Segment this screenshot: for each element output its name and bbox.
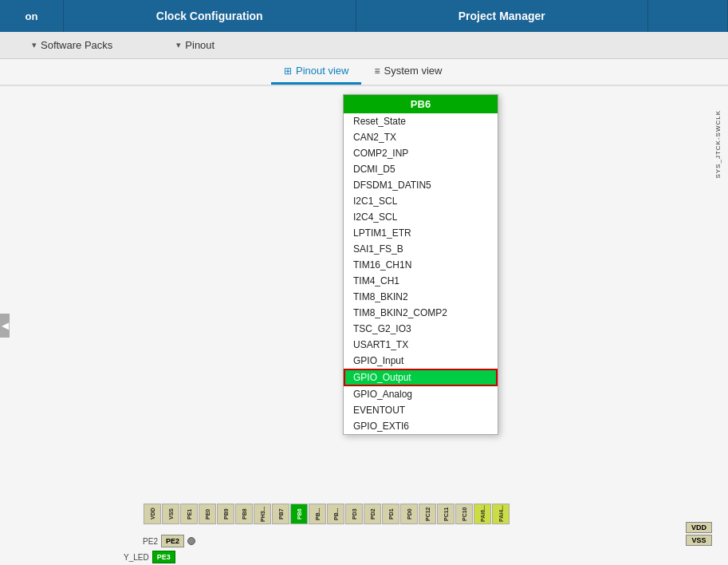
menu-item-gpio-input[interactable]: GPIO_Input bbox=[344, 353, 498, 369]
menu-item-tim4-ch1[interactable]: TIM4_CH1 bbox=[344, 273, 498, 289]
pin-vdd[interactable]: VDD bbox=[144, 504, 161, 524]
menu-item-eventout[interactable]: EVENTOUT bbox=[344, 402, 498, 418]
vdd-right-box: VDD bbox=[686, 522, 712, 533]
menu-item-comp2-inp[interactable]: COMP2_INP bbox=[344, 145, 498, 161]
system-view-icon: ≡ bbox=[374, 65, 380, 77]
tab-label-pinout-view: Pinout view bbox=[296, 65, 348, 77]
sub-navigation: ▾ Software Packs ▾ Pinout bbox=[0, 32, 728, 59]
menu-item-sai1-fs-b[interactable]: SAI1_FS_B bbox=[344, 241, 498, 257]
pin-pai6[interactable]: PAI6... bbox=[474, 504, 491, 524]
menu-item-lptim1-etr[interactable]: LPTIM1_ETR bbox=[344, 225, 498, 241]
tab-label-system-view: System view bbox=[384, 65, 443, 77]
pin-pb4[interactable]: PB... bbox=[327, 504, 344, 524]
pin-pc11[interactable]: PC11 bbox=[437, 504, 455, 524]
menu-item-usart1-tx[interactable]: USART1_TX bbox=[344, 337, 498, 353]
sub-nav-pinout[interactable]: ▾ Pinout bbox=[160, 32, 230, 58]
nav-label-on: on bbox=[26, 10, 38, 22]
menu-item-i2c4-scl[interactable]: I2C4_SCL bbox=[344, 209, 498, 225]
pin-vss[interactable]: VSS bbox=[162, 504, 179, 524]
menu-item-dfsdm1[interactable]: DFSDM1_DATIN5 bbox=[344, 177, 498, 193]
vss-right-box: VSS bbox=[686, 535, 712, 546]
menu-item-tsc-g2-io3[interactable]: TSC_G2_IO3 bbox=[344, 321, 498, 337]
chevron-icon-software-packs: ▾ bbox=[32, 40, 37, 50]
pin-pb7[interactable]: PB7 bbox=[272, 504, 289, 524]
pin-pd3[interactable]: PD3 bbox=[345, 504, 363, 524]
pin-pai4[interactable]: PAI4... bbox=[492, 504, 510, 524]
tab-system-view[interactable]: ≡ System view bbox=[361, 59, 455, 85]
pin-pd2[interactable]: PD2 bbox=[364, 504, 381, 524]
menu-item-gpio-output[interactable]: GPIO_Output bbox=[344, 369, 498, 386]
nav-item-clock-config[interactable]: Clock Configuration bbox=[64, 0, 356, 32]
menu-item-gpio-exti6[interactable]: GPIO_EXTI6 bbox=[344, 418, 498, 434]
sub-nav-label-pinout: Pinout bbox=[185, 39, 214, 51]
context-menu-header: PB6 bbox=[344, 95, 498, 113]
pin-strip-bottom: VDD VSS PE1 PE0 PB9 PB8 PH3... PB7 PB6 P… bbox=[144, 503, 728, 525]
top-navigation: on Clock Configuration Project Manager bbox=[0, 0, 728, 32]
pe3-chip[interactable]: PE3 bbox=[152, 551, 175, 563]
pe2-dot bbox=[187, 537, 195, 545]
context-menu-pin-name: PB6 bbox=[411, 98, 431, 110]
nav-label-clock-config: Clock Configuration bbox=[156, 10, 263, 22]
menu-item-tim16-ch1n[interactable]: TIM16_CH1N bbox=[344, 257, 498, 273]
sidebar-collapse-arrow[interactable]: ◀ bbox=[0, 314, 10, 338]
pin-pe0[interactable]: PE0 bbox=[199, 504, 216, 524]
y-led-label: Y_LED bbox=[124, 553, 149, 562]
sub-nav-label-software-packs: Software Packs bbox=[41, 39, 112, 51]
vdd-vss-right: VDD VSS bbox=[686, 522, 712, 546]
pin-pc10[interactable]: PC10 bbox=[455, 504, 473, 524]
pin-pc12[interactable]: PC12 bbox=[419, 504, 436, 524]
pin-pd1[interactable]: PD1 bbox=[382, 504, 399, 524]
nav-item-on[interactable]: on bbox=[0, 0, 64, 32]
pe3-row: Y_LED PE3 bbox=[124, 551, 175, 563]
sys-jtck-label: SYS_JTCK-SWCLK bbox=[714, 110, 722, 179]
sub-nav-software-packs[interactable]: ▾ Software Packs bbox=[16, 32, 128, 58]
menu-item-dcmi-d5[interactable]: DCMI_D5 bbox=[344, 161, 498, 177]
pin-ph3[interactable]: PH3... bbox=[254, 504, 271, 524]
tab-pinout-view[interactable]: ⊞ Pinout view bbox=[271, 59, 361, 85]
pe2-chip[interactable]: PE2 bbox=[161, 535, 184, 547]
menu-item-i2c1-scl[interactable]: I2C1_SCL bbox=[344, 193, 498, 209]
pin-pd0[interactable]: PD0 bbox=[400, 504, 418, 524]
menu-item-reset-state[interactable]: Reset_State bbox=[344, 113, 498, 129]
nav-item-extra bbox=[648, 0, 728, 32]
pe2-row: PE2 PE2 bbox=[136, 535, 195, 547]
pin-pe1[interactable]: PE1 bbox=[180, 504, 198, 524]
view-tabs-bar: ⊞ Pinout view ≡ System view bbox=[0, 59, 728, 86]
pin-context-menu: PB6 Reset_State CAN2_TX COMP2_INP DCMI_D… bbox=[343, 94, 498, 435]
pinout-view-icon: ⊞ bbox=[284, 65, 292, 77]
pin-pb6[interactable]: PB6 bbox=[290, 504, 308, 524]
menu-item-can2-tx[interactable]: CAN2_TX bbox=[344, 129, 498, 145]
pin-pb9[interactable]: PB9 bbox=[217, 504, 234, 524]
menu-item-tim8-bkin2[interactable]: TIM8_BKIN2 bbox=[344, 289, 498, 305]
nav-item-project-manager[interactable]: Project Manager bbox=[356, 0, 649, 32]
nav-label-project-manager: Project Manager bbox=[458, 10, 545, 22]
pe2-label: PE2 bbox=[136, 537, 158, 546]
menu-item-tim8-bkin2-comp2[interactable]: TIM8_BKIN2_COMP2 bbox=[344, 305, 498, 321]
main-content-area: ◀ SYS_JTCK-SWCLK PB6 Reset_State CAN2_TX… bbox=[0, 86, 728, 565]
chevron-icon-pinout: ▾ bbox=[176, 40, 181, 50]
menu-item-gpio-analog[interactable]: GPIO_Analog bbox=[344, 386, 498, 402]
pin-pb8[interactable]: PB8 bbox=[235, 504, 253, 524]
pin-pb5[interactable]: PB... bbox=[309, 504, 326, 524]
right-side-label: SYS_JTCK-SWCLK bbox=[714, 110, 722, 179]
